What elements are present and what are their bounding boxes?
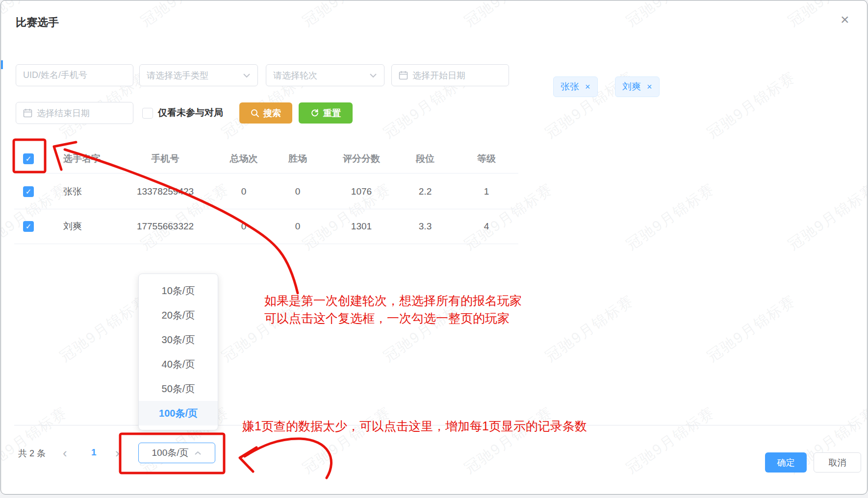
player-type-select[interactable]: 请选择选手类型 (139, 64, 258, 86)
end-date-picker[interactable]: 选择结束日期 (16, 102, 133, 124)
watermark-text: 冠驰9月锦标赛 (703, 67, 799, 143)
cell-phone: 17755663322 (111, 221, 219, 232)
cell-dan: 2.2 (396, 186, 455, 197)
player-type-placeholder: 请选择选手类型 (147, 70, 238, 81)
tag-label: 张张 (561, 80, 579, 93)
watermark-text: 冠驰9月锦标赛 (299, 0, 395, 31)
page-size-option-selected[interactable]: 100条/页 (139, 401, 218, 425)
next-page-icon[interactable]: › (115, 446, 120, 461)
cell-name: 张张 (43, 185, 111, 198)
cancel-button[interactable]: 取消 (814, 452, 861, 473)
start-date-picker[interactable]: 选择开始日期 (391, 64, 509, 86)
reset-button-label: 重置 (323, 107, 341, 119)
page-size-option[interactable]: 20条/页 (139, 303, 218, 327)
watermark-text: 冠驰9月锦标赛 (541, 291, 638, 366)
refresh-icon (310, 109, 319, 118)
watermark-text: 冠驰9月锦标赛 (1, 402, 71, 478)
select-all-checkbox[interactable]: ✓ (23, 153, 34, 164)
tag-close-icon[interactable]: × (585, 82, 590, 92)
page-size-dropdown-menu: 10条/页 20条/页 30条/页 40条/页 50条/页 100条/页 (138, 274, 218, 430)
watermark-text: 冠驰9月锦标赛 (137, 0, 233, 31)
calendar-icon (399, 71, 408, 80)
start-date-placeholder: 选择开始日期 (412, 70, 502, 81)
background-accent-sliver (1, 60, 3, 69)
chevron-down-icon (369, 73, 377, 78)
page-number-1[interactable]: 1 (91, 447, 97, 458)
annotation-note-1-line-2: 可以点击这个复选框，一次勾选一整页的玩家 (264, 309, 522, 327)
prev-page-icon[interactable]: ‹ (63, 446, 67, 461)
annotation-arrowhead (240, 448, 256, 472)
competition-players-modal: 冠驰9月锦标赛冠驰9月锦标赛冠驰9月锦标赛冠驰9月锦标赛冠驰9月锦标赛冠驰9月锦… (0, 0, 868, 495)
round-placeholder: 请选择轮次 (273, 70, 365, 81)
cell-score: 1076 (327, 186, 396, 197)
calendar-icon (23, 108, 32, 118)
selected-player-tag: 张张 × (553, 76, 598, 97)
cell-score: 1301 (327, 221, 396, 232)
row-checkbox[interactable]: ✓ (23, 186, 34, 197)
keyword-input[interactable] (23, 70, 126, 80)
watermark-text: 冠驰9月锦标赛 (622, 179, 718, 254)
search-button-label: 搜索 (263, 107, 281, 119)
col-header-phone: 手机号 (111, 152, 219, 165)
annotation-note-1: 如果是第一次创建轮次，想选择所有的报名玩家 可以点击这个复选框，一次勾选一整页的… (264, 292, 522, 327)
watermark-text: 冠驰9月锦标赛 (622, 402, 718, 478)
cell-dan: 3.3 (396, 221, 455, 232)
col-header-level: 等级 (455, 152, 518, 165)
col-header-total: 总场次 (219, 152, 268, 165)
cell-total: 0 (219, 186, 268, 197)
watermark-text: 冠驰9月锦标赛 (865, 67, 867, 143)
page-size-select[interactable]: 100条/页 (138, 443, 215, 463)
confirm-button[interactable]: 确定 (765, 452, 807, 473)
watermark-text: 冠驰9月锦标赛 (865, 291, 867, 366)
page-size-option[interactable]: 10条/页 (139, 278, 218, 303)
only-unplayed-checkbox[interactable] (142, 108, 153, 119)
col-header-wins: 胜场 (268, 152, 327, 165)
page-size-select-value: 100条/页 (152, 447, 189, 459)
reset-button[interactable]: 重置 (299, 102, 353, 124)
search-icon (251, 109, 259, 118)
page-size-option[interactable]: 30条/页 (139, 327, 218, 352)
pagination-total: 共 2 条 (18, 448, 46, 459)
watermark-text: 冠驰9月锦标赛 (460, 0, 557, 31)
search-button[interactable]: 搜索 (239, 102, 292, 124)
watermark-text: 冠驰9月锦标赛 (299, 402, 395, 478)
annotation-note-1-line-1: 如果是第一次创建轮次，想选择所有的报名玩家 (264, 292, 522, 309)
cell-name: 刘爽 (43, 220, 111, 233)
watermark-text: 冠驰9月锦标赛 (56, 291, 152, 366)
table-header-row: ✓ 选手名字 手机号 总场次 胜场 评分分数 段位 等级 (14, 144, 518, 174)
watermark-text: 冠驰9月锦标赛 (784, 0, 867, 31)
cell-total: 0 (219, 221, 268, 232)
end-date-placeholder: 选择结束日期 (37, 107, 126, 119)
col-header-dan: 段位 (396, 152, 455, 165)
annotation-note-2: 嫌1页查的数据太少，可以点击这里，增加每1页显示的记录条数 (242, 417, 587, 435)
modal-title: 比赛选手 (16, 15, 59, 30)
only-unplayed-label: 仅看未参与对局 (158, 106, 223, 119)
cell-wins: 0 (268, 221, 327, 232)
cell-level: 4 (455, 221, 518, 232)
cell-wins: 0 (268, 186, 327, 197)
tag-close-icon[interactable]: × (647, 82, 652, 92)
table-row: ✓ 张张 13378259423 0 0 1076 2.2 1 (14, 174, 518, 209)
watermark-text: 冠驰9月锦标赛 (784, 179, 867, 254)
page-size-option[interactable]: 40条/页 (139, 352, 218, 376)
selected-player-tag: 刘爽 × (615, 76, 660, 97)
cell-level: 1 (455, 186, 518, 197)
table-row: ✓ 刘爽 17755663322 0 0 1301 3.3 4 (14, 209, 518, 244)
close-icon[interactable]: × (841, 12, 849, 27)
round-select[interactable]: 请选择轮次 (266, 64, 384, 86)
chevron-up-icon (194, 451, 202, 455)
col-header-name: 选手名字 (43, 152, 111, 165)
col-header-score: 评分分数 (327, 152, 396, 165)
chevron-down-icon (243, 73, 251, 78)
watermark-text: 冠驰9月锦标赛 (622, 0, 718, 31)
watermark-text: 冠驰9月锦标赛 (460, 402, 557, 478)
cell-phone: 13378259423 (111, 186, 219, 197)
page-size-option[interactable]: 50条/页 (139, 376, 218, 401)
annotation-arrow-to-page-size (245, 439, 332, 478)
tag-label: 刘爽 (622, 80, 641, 93)
row-checkbox[interactable]: ✓ (23, 221, 34, 232)
keyword-input-wrapper (16, 64, 133, 86)
watermark-text: 冠驰9月锦标赛 (703, 291, 799, 366)
